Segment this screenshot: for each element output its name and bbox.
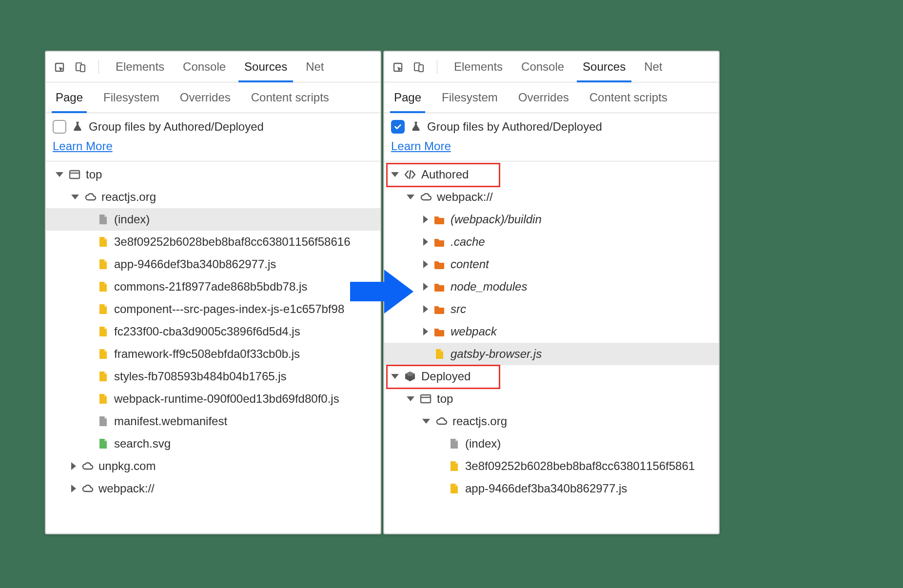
tree-label: (index) [114, 213, 150, 226]
folder-icon [433, 325, 446, 338]
js-file-icon [97, 235, 109, 248]
tree-node-authored[interactable]: Authored [384, 163, 719, 186]
inspect-icon[interactable] [53, 60, 65, 73]
tree-node-folder[interactable]: (webpack)/buildin [384, 208, 719, 231]
tree-node-file[interactable]: 3e8f09252b6028beb8baf8cc63801156f5861 [384, 455, 719, 477]
disclosure-right-icon[interactable] [423, 260, 428, 268]
tree-node-folder[interactable]: content [384, 253, 719, 275]
tab-elements[interactable]: Elements [449, 52, 508, 82]
disclosure-down-icon[interactable] [407, 396, 414, 401]
disclosure-down-icon[interactable] [56, 172, 63, 177]
subtab-overrides[interactable]: Overrides [515, 82, 572, 113]
tree-node-file[interactable]: app-9466def3ba340b862977.js [384, 477, 719, 500]
device-toggle-icon[interactable] [412, 60, 425, 73]
tree-node-folder[interactable]: node_modules [384, 275, 719, 298]
group-by-checkbox[interactable] [391, 120, 405, 134]
tree-node-domain[interactable]: reactjs.org [46, 186, 380, 208]
subtab-filesystem[interactable]: Filesystem [439, 82, 501, 113]
tree-node-top[interactable]: top [46, 163, 380, 186]
tree-node-file[interactable]: commons-21f8977ade868b5bdb78.js [46, 275, 380, 298]
tab-elements[interactable]: Elements [111, 52, 169, 82]
divider [437, 60, 437, 74]
tree-label: 3e8f09252b6028beb8baf8cc63801156f58616 [114, 235, 350, 249]
tree-label: webpack:// [98, 482, 155, 495]
tree-node-folder[interactable]: webpack [384, 320, 719, 343]
tree-label: app-9466def3ba340b862977.js [465, 482, 627, 495]
folder-icon [433, 235, 446, 248]
tree-label: top [437, 392, 453, 406]
js-file-icon [97, 280, 109, 293]
cloud-icon [81, 482, 94, 495]
tab-network-cut[interactable]: Net [639, 52, 667, 82]
group-by-bar: Group files by Authored/Deployed Learn M… [384, 113, 719, 161]
disclosure-down-icon[interactable] [71, 195, 79, 199]
tree-label: (webpack)/buildin [451, 213, 542, 226]
tree-node-file[interactable]: fc233f00-cba3d9005c3896f6d5d4.js [46, 320, 380, 343]
sources-subtabs: Page Filesystem Overrides Content script… [384, 82, 719, 113]
tree-label: .cache [451, 235, 485, 249]
tree-node-webpack[interactable]: webpack:// [46, 477, 380, 500]
tree-node-file[interactable]: webpack-runtime-090f00ed13bd69fd80f0.js [46, 388, 380, 410]
folder-icon [433, 213, 446, 226]
tree-node-top[interactable]: top [384, 388, 719, 410]
tree-node-deployed[interactable]: Deployed [384, 365, 719, 388]
tree-label: (index) [465, 437, 501, 451]
tree-node-domain[interactable]: reactjs.org [384, 410, 719, 432]
learn-more-link[interactable]: Learn More [53, 137, 113, 155]
experiment-flask-icon [71, 120, 84, 133]
group-by-bar: Group files by Authored/Deployed Learn M… [46, 113, 380, 161]
tree-node-svg[interactable]: search.svg [46, 432, 380, 455]
tree-label: app-9466def3ba340b862977.js [114, 257, 276, 271]
tree-node-gatsby[interactable]: gatsby-browser.js [384, 343, 719, 365]
subtab-filesystem[interactable]: Filesystem [100, 82, 162, 113]
device-toggle-icon[interactable] [74, 60, 87, 73]
tab-console[interactable]: Console [516, 52, 569, 82]
disclosure-right-icon[interactable] [423, 238, 428, 246]
tab-network-cut[interactable]: Net [301, 52, 329, 82]
inspect-icon[interactable] [391, 60, 404, 73]
tab-sources[interactable]: Sources [578, 52, 630, 82]
disclosure-down-icon[interactable] [391, 172, 399, 177]
disclosure-right-icon[interactable] [423, 328, 428, 335]
tree-label: src [451, 302, 466, 316]
divider [98, 60, 99, 74]
group-by-label: Group files by Authored/Deployed [427, 118, 602, 136]
tree-label: node_modules [451, 280, 527, 294]
subtab-overrides[interactable]: Overrides [177, 82, 234, 113]
tree-node-file[interactable]: framework-ff9c508ebfda0f33cb0b.js [46, 343, 380, 365]
cloud-icon [84, 191, 97, 203]
disclosure-right-icon[interactable] [71, 462, 76, 470]
tree-node-index[interactable]: (index) [384, 432, 719, 455]
subtab-page[interactable]: Page [391, 82, 424, 113]
tree-node-folder[interactable]: .cache [384, 231, 719, 253]
disclosure-down-icon[interactable] [391, 374, 399, 379]
tree-node-folder[interactable]: src [384, 298, 719, 320]
tree-label: manifest.webmanifest [114, 414, 227, 428]
authored-code-icon [404, 168, 416, 181]
subtab-content-scripts[interactable]: Content scripts [587, 82, 670, 113]
tree-node-manifest[interactable]: manifest.webmanifest [46, 410, 380, 432]
tree-node-file[interactable]: 3e8f09252b6028beb8baf8cc63801156f58616 [46, 231, 380, 253]
disclosure-down-icon[interactable] [422, 419, 430, 424]
disclosure-right-icon[interactable] [71, 485, 76, 492]
disclosure-right-icon[interactable] [423, 283, 428, 291]
js-file-icon [448, 460, 460, 472]
tree-node-webpack[interactable]: webpack:// [384, 186, 719, 208]
learn-more-link[interactable]: Learn More [391, 137, 451, 155]
disclosure-down-icon[interactable] [407, 195, 414, 199]
tab-sources[interactable]: Sources [239, 52, 292, 82]
experiment-flask-icon [410, 120, 422, 133]
tree-node-file[interactable]: component---src-pages-index-js-e1c657bf9… [46, 298, 380, 320]
tree-label: reactjs.org [101, 190, 156, 204]
tree-node-unpkg[interactable]: unpkg.com [46, 455, 380, 477]
tab-console[interactable]: Console [178, 52, 231, 82]
group-by-checkbox[interactable] [53, 120, 66, 134]
tree-node-index[interactable]: (index) [46, 208, 380, 231]
tree-node-file[interactable]: app-9466def3ba340b862977.js [46, 253, 380, 275]
disclosure-right-icon[interactable] [423, 216, 428, 223]
disclosure-right-icon[interactable] [423, 305, 428, 313]
subtab-content-scripts[interactable]: Content scripts [248, 82, 332, 113]
subtab-page[interactable]: Page [53, 82, 86, 113]
tree-node-file[interactable]: styles-fb708593b484b04b1765.js [46, 365, 380, 388]
file-icon [97, 415, 109, 428]
